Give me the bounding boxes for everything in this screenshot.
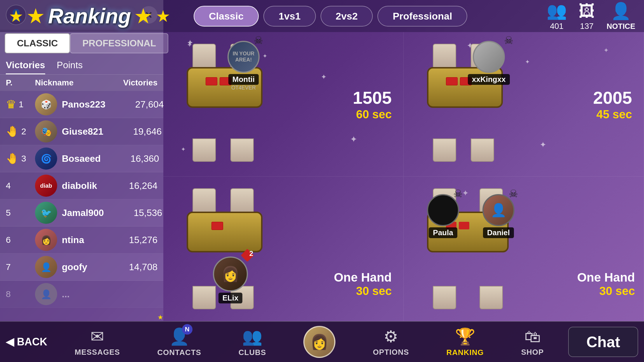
rank-victories-7: 14,708 bbox=[99, 262, 158, 273]
card-7 bbox=[459, 222, 469, 229]
nav-item-ranking[interactable]: 🏆 RANKING bbox=[446, 327, 484, 357]
avatar-montii-text: IN YOURAREA! bbox=[233, 51, 255, 63]
rank-position-1: ♛ 1 bbox=[6, 98, 35, 111]
friends-icon-group[interactable]: 👥 401 bbox=[547, 1, 567, 31]
messages-label: MESSAGES bbox=[75, 348, 120, 357]
nav-item-contacts[interactable]: 👤 N CONTACTS bbox=[157, 327, 201, 357]
ranking-panel: 👤 ★ × CLASSIC PROFESSIONAL Victories Poi… bbox=[0, 0, 163, 321]
nav-item-shop[interactable]: 🛍 SHOP bbox=[521, 327, 544, 357]
table-row: 8 👤 ... bbox=[0, 281, 163, 308]
rank-position-3: 🤚 3 bbox=[6, 152, 35, 165]
rank-position-7: 7 bbox=[6, 262, 35, 272]
rank-num-2: 2 bbox=[21, 126, 26, 136]
table-row: ♛ 1 🎲 Panos223 27,604 bbox=[0, 91, 163, 118]
mode-switch: CLASSIC PROFESSIONAL bbox=[0, 30, 163, 57]
game-table-3[interactable]: 2 👩 ELix One Hand 30 sec bbox=[163, 177, 404, 321]
rank-player-1[interactable]: 🎲 Panos223 bbox=[35, 93, 105, 115]
rank-player-5[interactable]: 🐦 Jamal900 bbox=[35, 202, 104, 224]
shop-icon: 🛍 bbox=[524, 327, 541, 346]
rank-victories-6: 15,276 bbox=[99, 235, 158, 245]
rank-player-7[interactable]: 👤 goofy bbox=[35, 256, 99, 278]
frames-icon-group[interactable]: 🖼 137 bbox=[579, 1, 595, 31]
rank-player-3[interactable]: 🌀 Bosaeed bbox=[35, 147, 101, 170]
card-1 bbox=[206, 77, 217, 85]
table-row: 🤚 2 🎭 Giuse821 19,646 bbox=[0, 118, 163, 145]
rank-num-5: 5 bbox=[6, 208, 11, 218]
rank-avatar-1: 🎲 bbox=[35, 93, 57, 115]
rank-avatar-8: 👤 bbox=[35, 283, 57, 305]
chat-button[interactable]: Chat bbox=[568, 327, 638, 357]
rank-avatar-7: 👤 bbox=[35, 256, 57, 278]
sparkle-t2: ✦ bbox=[603, 47, 609, 54]
ranking-title: ★ ★ Ranking ★ ★ bbox=[9, 4, 170, 28]
nav-item-options[interactable]: ⚙ OPTIONS bbox=[373, 327, 409, 357]
name-daniel: Daniel bbox=[483, 227, 514, 238]
table-info-3: One Hand 30 sec bbox=[334, 270, 392, 298]
victories-tab[interactable]: Victories bbox=[6, 60, 45, 74]
chair-bl-bottom-left bbox=[192, 286, 216, 309]
nav-item-clubs[interactable]: 👥 CLUBS bbox=[239, 327, 266, 357]
classic-mode-button[interactable]: CLASSIC bbox=[5, 33, 70, 53]
rank-name-6: ntina bbox=[62, 235, 84, 245]
options-label: OPTIONS bbox=[373, 348, 409, 357]
card-3 bbox=[446, 77, 458, 85]
rank-num-6: 6 bbox=[6, 235, 11, 245]
options-icon: ⚙ bbox=[384, 327, 398, 346]
rank-position-2: 🤚 2 bbox=[6, 125, 35, 138]
back-button[interactable]: ◀ BACK bbox=[6, 336, 47, 348]
tab-2vs2[interactable]: 2vs2 bbox=[321, 6, 373, 27]
sparkle-t4: ✦ bbox=[462, 188, 469, 198]
player-daniel: ☠ 👤 Daniel bbox=[482, 194, 514, 238]
points-tab[interactable]: Points bbox=[57, 60, 83, 74]
nav-item-profile[interactable]: 👩 bbox=[303, 326, 335, 358]
chair-br-bottom-right bbox=[480, 286, 503, 309]
rank-num-1: 1 bbox=[19, 99, 24, 109]
game-table-surface-3 bbox=[187, 212, 262, 252]
rank-player-4[interactable]: diab diabolik bbox=[35, 175, 99, 197]
chair-bl-top-left bbox=[192, 188, 216, 215]
professional-mode-button[interactable]: PROFESSIONAL bbox=[70, 33, 168, 53]
tab-professional[interactable]: Professional bbox=[377, 6, 467, 27]
rank-table-header: P. Nickname Victories bbox=[0, 74, 163, 91]
game-table-2[interactable]: ✦ ☠ xxKingxx 2005 45 sec bbox=[404, 32, 644, 177]
skull-montii: ☠ bbox=[254, 34, 263, 47]
name-elix: ELix bbox=[218, 293, 243, 303]
rank-num-8: 8 bbox=[6, 289, 11, 299]
rank-player-6[interactable]: 👩 ntina bbox=[35, 229, 99, 251]
nav-item-messages[interactable]: ✉ MESSAGES bbox=[75, 327, 120, 357]
chair-tr-top-left bbox=[433, 44, 456, 70]
rank-name-8: ... bbox=[62, 289, 70, 300]
tab-1vs1[interactable]: 1vs1 bbox=[263, 6, 316, 27]
rank-player-8[interactable]: 👤 ... bbox=[35, 283, 99, 305]
notice-icon-group[interactable]: 👤 NOTICE bbox=[607, 1, 635, 31]
tab-classic[interactable]: Classic bbox=[194, 6, 259, 27]
friends-count: 401 bbox=[550, 22, 564, 31]
table-row: 5 🐦 Jamal900 15,536 bbox=[0, 199, 163, 226]
ranking-title-text: Ranking bbox=[48, 4, 131, 28]
rank-victories-2: 19,646 bbox=[103, 126, 162, 137]
game-table-4[interactable]: ✦ ☠ Paula ☠ 👤 Daniel One Hand 30 sec bbox=[404, 177, 644, 321]
star-center-left: ★ bbox=[26, 4, 45, 28]
notice-label: NOTICE bbox=[607, 22, 635, 31]
messages-icon: ✉ bbox=[90, 327, 104, 346]
rank-name-4: diabolik bbox=[62, 180, 97, 191]
clubs-icon: 👥 bbox=[242, 327, 262, 346]
frames-count: 137 bbox=[580, 22, 594, 31]
chair-tl-top-left bbox=[192, 44, 216, 70]
col-p-header: P. bbox=[6, 78, 35, 87]
player-paula: ☠ Paula bbox=[427, 194, 459, 238]
rank-name-1: Panos223 bbox=[62, 99, 105, 110]
score-num-1: 1505 bbox=[353, 88, 392, 108]
skull-daniel: ☠ bbox=[509, 188, 518, 200]
clubs-label: CLUBS bbox=[239, 348, 266, 357]
rank-num-4: 4 bbox=[6, 181, 11, 191]
table-row: 🤚 3 🌀 Bosaeed 16,360 bbox=[0, 145, 163, 172]
profile-avatar: 👩 bbox=[303, 326, 335, 358]
rank-player-2[interactable]: 🎭 Giuse821 bbox=[35, 120, 103, 143]
contacts-badge: N bbox=[182, 324, 192, 335]
game-table-1[interactable]: ✦ ☠ IN YOURAREA! Montii OT4EVER 1505 60 … bbox=[163, 32, 404, 177]
ranking-label: RANKING bbox=[446, 348, 484, 357]
avatar-elix-icon: 👩 bbox=[221, 266, 239, 282]
rank-position-8: 8 bbox=[6, 289, 35, 299]
score-table-1: 1505 60 sec bbox=[353, 88, 392, 121]
